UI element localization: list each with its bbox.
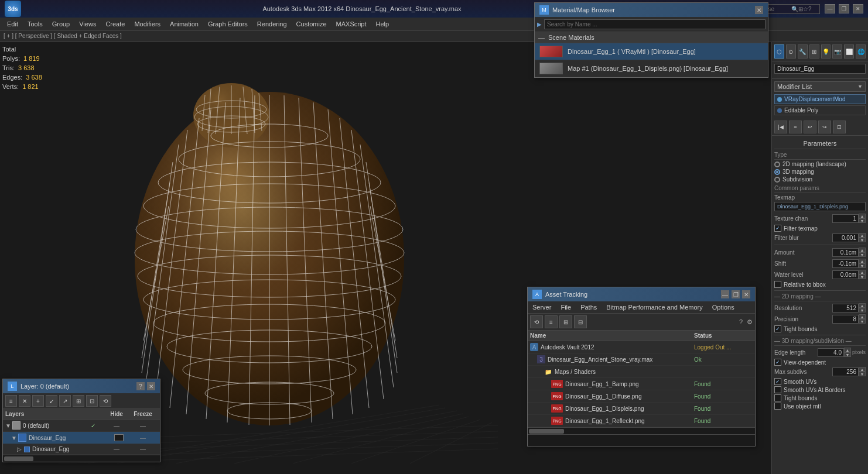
filter-blur-down[interactable]: ▼	[859, 238, 866, 242]
asset-menu-options[interactable]: Options	[710, 303, 737, 312]
layers-scrollbar[interactable]	[3, 455, 160, 462]
water-level-up[interactable]: ▲	[859, 270, 866, 274]
asset-toolbar-icon-3[interactable]: ⊞	[559, 315, 572, 328]
asset-row-bamp[interactable]: PNG Dinosaur_Egg_1_Bamp.png Found	[528, 378, 755, 390]
use-object-mtl-checkbox[interactable]	[774, 403, 781, 410]
precision-up[interactable]: ▲	[859, 314, 866, 319]
nav-icon-2[interactable]: ≡	[789, 121, 802, 133]
close-button[interactable]: ✕	[853, 4, 863, 13]
view-dependent-row[interactable]: View-dependent	[774, 359, 866, 366]
tight-bounds-row-2[interactable]: Tight bounds	[774, 394, 866, 401]
asset-tracking-close[interactable]: ✕	[742, 290, 750, 298]
nav-icon-5[interactable]: ⊡	[833, 121, 846, 133]
edge-length-up[interactable]: ▲	[844, 348, 851, 352]
layer-vis-toggle-1[interactable]	[114, 434, 124, 441]
max-subdivs-down[interactable]: ▼	[859, 372, 866, 376]
menu-customize[interactable]: Customize	[292, 19, 332, 29]
browser-search-input[interactable]	[544, 19, 766, 29]
asset-row-refleckt[interactable]: PNG Dinosaur_Egg_1_Refleckt.png Found	[528, 415, 755, 427]
amount-spinbox[interactable]: ▲ ▼	[832, 248, 866, 257]
menu-animation[interactable]: Animation	[165, 19, 203, 29]
smooth-uvs-checkbox[interactable]	[774, 378, 781, 385]
texmap-value[interactable]: Dinosaur_Egg_1_Displeis.png	[774, 202, 866, 211]
amount-arrows[interactable]: ▲ ▼	[859, 248, 866, 257]
asset-help-icon[interactable]: ?	[739, 318, 743, 325]
shift-spinbox[interactable]: ▲ ▼	[832, 259, 866, 268]
asset-row-maxfile[interactable]: 3 Dinosaur_Egg_Ancient_Stone_vray.max Ok	[528, 353, 755, 366]
asset-row-vault[interactable]: A Autodesk Vault 2012 Logged Out ...	[528, 341, 755, 353]
texture-chan-arrows[interactable]: ▲ ▼	[859, 214, 866, 223]
menu-modifiers[interactable]: Modifiers	[129, 19, 165, 29]
shift-input[interactable]	[832, 259, 859, 268]
restore-button[interactable]: ❐	[839, 4, 849, 13]
filter-blur-up[interactable]: ▲	[859, 233, 866, 238]
layers-scrollbar-thumb[interactable]	[4, 456, 33, 461]
menu-edit[interactable]: Edit	[2, 19, 23, 29]
asset-scrollbar-thumb[interactable]	[529, 429, 564, 434]
amount-down[interactable]: ▼	[859, 252, 866, 257]
edge-length-spinbox[interactable]: ▲ ▼	[818, 348, 851, 357]
material-item-1[interactable]: Map #1 (Dinosaur_Egg_1_Displeis.png) [Di…	[535, 60, 768, 77]
nav-icon-1[interactable]: |◀	[774, 121, 787, 133]
rp-icon-1[interactable]: ⬡	[774, 44, 784, 59]
menu-views[interactable]: Views	[74, 19, 101, 29]
resolution-input[interactable]	[832, 304, 859, 312]
asset-scrollbar-h[interactable]	[528, 427, 755, 434]
rp-icon-4[interactable]: ⊞	[809, 44, 819, 59]
modifier-dropdown-icon[interactable]: ▼	[857, 84, 863, 90]
asset-path-bar[interactable]	[528, 434, 755, 446]
layer-tool-3[interactable]: ↙	[46, 395, 57, 407]
edge-length-input[interactable]	[818, 348, 844, 357]
radio-subdivision[interactable]: Subdivision	[774, 176, 866, 183]
layer-row-0[interactable]: ▼ 0 (default) ✓ — —	[3, 420, 160, 432]
layer-row-1[interactable]: ▼ Dinosaur_Egg —	[3, 432, 160, 444]
max-subdivs-arrows[interactable]: ▲ ▼	[859, 367, 866, 376]
smooth-uvs-borders-checkbox[interactable]	[774, 386, 781, 393]
menu-maxscript[interactable]: MAXScript	[332, 19, 371, 29]
radio-2d-mapping[interactable]: 2D mapping (landscape)	[774, 161, 866, 167]
nav-icon-4[interactable]: ↪	[818, 121, 831, 133]
texture-chan-input[interactable]	[832, 214, 859, 223]
menu-help[interactable]: Help	[371, 19, 394, 29]
smooth-uvs-row[interactable]: Smooth UVs	[774, 378, 866, 385]
asset-row-displeis[interactable]: PNG Dinosaur_Egg_1_Displeis.png Found	[528, 403, 755, 415]
max-subdivs-input[interactable]	[832, 367, 859, 376]
layer-tool-1[interactable]: ≡	[5, 395, 17, 407]
max-subdivs-spinbox[interactable]: ▲ ▼	[832, 367, 866, 376]
object-name-input[interactable]	[774, 64, 866, 74]
rp-icon-2[interactable]: ⊙	[786, 44, 796, 59]
filter-blur-spinbox[interactable]: ▲ ▼	[832, 233, 866, 242]
rp-icon-5[interactable]: 💡	[821, 44, 831, 59]
texture-chan-spinbox[interactable]: ▲ ▼	[832, 214, 866, 223]
layer-tool-add[interactable]: +	[32, 395, 44, 407]
menu-graph-editors[interactable]: Graph Editors	[203, 19, 252, 29]
texture-chan-down[interactable]: ▼	[859, 218, 866, 223]
layer-tool-2[interactable]: ✕	[19, 395, 30, 407]
resolution-up[interactable]: ▲	[859, 303, 866, 308]
max-subdivs-up[interactable]: ▲	[859, 367, 866, 372]
shift-down[interactable]: ▼	[859, 263, 866, 268]
layers-close-btn[interactable]: ✕	[147, 382, 155, 390]
relative-to-bbox-row[interactable]: Relative to bbox	[774, 281, 866, 288]
layer-tool-4[interactable]: ↗	[59, 395, 71, 407]
texture-chan-up[interactable]: ▲	[859, 214, 866, 218]
use-object-mtl-row[interactable]: Use object mtl	[774, 403, 866, 410]
tight-bounds-checkbox-2[interactable]	[774, 394, 781, 401]
radio-3d-mapping[interactable]: 3D mapping	[774, 169, 866, 175]
asset-menu-file[interactable]: File	[558, 303, 573, 312]
material-browser-close[interactable]: ✕	[755, 6, 763, 14]
water-level-down[interactable]: ▼	[859, 274, 866, 279]
menu-rendering[interactable]: Rendering	[252, 19, 292, 29]
tight-bounds-row-1[interactable]: Tight bounds	[774, 325, 866, 332]
layer-row-2[interactable]: ▷ Dinosaur_Egg — —	[3, 444, 160, 455]
resolution-spinbox[interactable]: ▲ ▼	[832, 303, 866, 312]
resolution-arrows[interactable]: ▲ ▼	[859, 303, 866, 312]
rp-icon-8[interactable]: 🌐	[856, 44, 866, 59]
asset-tracking-minimize[interactable]: —	[721, 290, 729, 298]
rp-icon-3[interactable]: 🔧	[798, 44, 808, 59]
nav-icon-3[interactable]: ↩	[804, 121, 816, 133]
water-level-input[interactable]	[832, 270, 859, 279]
shift-arrows[interactable]: ▲ ▼	[859, 259, 866, 268]
asset-toolbar-icon-1[interactable]: ⟲	[530, 315, 543, 328]
asset-config-icon[interactable]: ⚙	[747, 318, 753, 326]
